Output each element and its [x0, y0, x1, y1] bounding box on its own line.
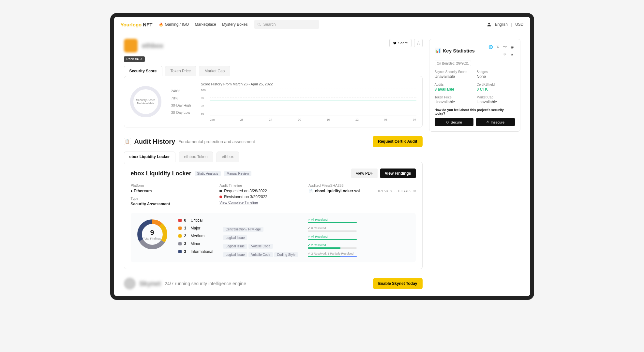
score-chart: Score History From March 26 - April 25, …	[201, 82, 416, 121]
severity-row: 3Minor	[178, 242, 213, 246]
nav: Gaming / IGO Marketplace Mystery Boxes	[159, 22, 247, 27]
tag-row: Logical Issue	[223, 235, 298, 240]
share-button[interactable]: Share	[389, 39, 411, 47]
onboarded-badge: On Boarded: 2/9/2021	[435, 61, 471, 66]
logo[interactable]: YourlogoNFT	[121, 22, 153, 27]
website-icon[interactable]: 🌐	[488, 44, 493, 50]
top-right: English | USD	[487, 22, 524, 27]
findings-donut: 9Total Findings	[136, 218, 169, 251]
twitter-icon	[393, 41, 397, 45]
key-stats-title: 📊 Key Statistics	[435, 48, 475, 53]
topbar: YourlogoNFT Gaming / IGO Marketplace Mys…	[114, 17, 530, 32]
mini-stats: 24h% 7d% 30-Day High 30-Day Low	[171, 89, 191, 114]
type-value: Security Assessment	[131, 202, 213, 206]
audited-file: 📄 eboxLiquidityLocker.sol 07E5B18...1DF4…	[308, 189, 416, 193]
svg-point-0	[488, 23, 490, 24]
project-avatar	[124, 39, 138, 52]
findings: 9Total Findings 0Critical1Major2Medium3M…	[131, 213, 416, 262]
lang-select[interactable]: English	[495, 22, 508, 27]
severity-row: 3Informational	[178, 249, 213, 254]
file-icon: 📄	[308, 189, 313, 193]
severity-row: 1Major	[178, 226, 213, 230]
project-header: ethbox	[124, 39, 164, 52]
stat-item: CertiKShield0 CTK	[477, 83, 515, 92]
stat-item: BadgesNone	[477, 70, 515, 79]
resolution-row: ✔ All Resolved!	[308, 235, 357, 240]
nav-mystery[interactable]: Mystery Boxes	[222, 22, 248, 27]
stats-icon: 📊	[435, 48, 441, 53]
stat-item: Market CapUnavailable	[477, 95, 515, 104]
tag-row: Logical IssueVolatile CodeCoding Style	[223, 252, 298, 257]
audit-tab-token[interactable]: ethbox-Token	[179, 152, 213, 162]
twitter-icon[interactable]: 𝕏	[495, 44, 501, 50]
audit-icon: 📋	[124, 138, 131, 145]
rank-badge: Rank #453	[124, 56, 145, 62]
tab-market-cap[interactable]: Market Cap	[199, 66, 230, 76]
audit-tab-ethbox[interactable]: ethbox	[217, 152, 239, 162]
warning-icon[interactable]: ▲	[510, 51, 515, 57]
audit-history-header: 📋 Audit History Fundamental protection a…	[124, 136, 423, 147]
key-stats-panel: 📊 Key Statistics 🌐 𝕏 ⌥ ◉ ✈ ▲ On Boarded:…	[429, 39, 520, 132]
skynet-section: Skynet 24/7 running security intelligenc…	[124, 278, 423, 289]
reddit-icon[interactable]: ◉	[510, 44, 515, 50]
severity-row: 0Critical	[178, 218, 213, 223]
secure-button[interactable]: 🛡 Secure	[435, 118, 473, 126]
audit-tab-locker[interactable]: ebox Liquidity Locker	[124, 152, 175, 162]
insecure-button[interactable]: ⚠ Insecure	[476, 118, 515, 126]
chip-static: Static Analysis	[195, 171, 221, 176]
sentiment-question: How do you feel about this project's sec…	[435, 108, 515, 115]
chip-manual: Manual Review	[224, 171, 251, 176]
resolution-row: ✔ 2 Resolved, 1 Partially Resolved	[308, 252, 357, 257]
favorite-button[interactable]: ☆	[414, 39, 423, 47]
user-icon[interactable]	[487, 22, 492, 27]
audit-tabs: ebox Liquidity Locker ethbox-Token ethbo…	[124, 152, 423, 162]
audit-title: ebox Liquidity Locker	[131, 170, 191, 177]
telegram-icon[interactable]: ✈	[502, 51, 508, 57]
timeline: Requested on 3/28/2022 Revisioned on 3/2…	[219, 189, 302, 199]
view-findings-button[interactable]: View Findings	[380, 169, 415, 178]
currency-select[interactable]: USD	[515, 22, 523, 27]
nav-gaming[interactable]: Gaming / IGO	[159, 22, 189, 27]
search-input[interactable]: Search	[254, 20, 319, 29]
nav-marketplace[interactable]: Marketplace	[195, 22, 216, 27]
enable-skynet-button[interactable]: Enable Skynet Today	[373, 278, 423, 289]
resolution-row: ✔ All Resolved!	[308, 218, 357, 223]
severity-row: 2Medium	[178, 234, 213, 238]
resolution-row: ✔ 2 Resolved	[308, 243, 357, 249]
score-card: Security Score Not Available 24h% 7d% 30…	[124, 76, 423, 127]
view-timeline-link[interactable]: View Complete Timeline	[219, 200, 258, 204]
stat-item: Audits3 available	[435, 83, 473, 92]
tag-row: Centralization / Privilege	[223, 227, 298, 232]
tab-security-score[interactable]: Security Score	[124, 66, 162, 76]
copy-icon[interactable]: ⧉	[413, 189, 416, 193]
view-pdf-button[interactable]: View PDF	[351, 169, 378, 178]
search-icon	[257, 22, 261, 26]
audit-card: ebox Liquidity Locker Static Analysis Ma…	[124, 162, 423, 269]
resolution-row: ✔ 0 Resolved	[308, 227, 357, 232]
stat-item: Token PriceUnavailable	[435, 95, 473, 104]
score-donut: Security Score Not Available	[130, 86, 161, 117]
project-name: ethbox	[142, 42, 164, 50]
stat-item: Skynet Security ScoreUnavailable	[435, 70, 473, 79]
request-audit-button[interactable]: Request CertiK Audit	[373, 136, 422, 147]
tab-token-price[interactable]: Token Price	[165, 66, 197, 76]
platform-value: ♦ Ethereum	[131, 189, 213, 193]
github-icon[interactable]: ⌥	[502, 44, 508, 50]
tag-row: Logical IssueVolatile Code	[223, 243, 298, 249]
skynet-logo	[124, 278, 136, 289]
tag-row	[223, 218, 298, 223]
score-tabs: Security Score Token Price Market Cap	[124, 66, 423, 76]
